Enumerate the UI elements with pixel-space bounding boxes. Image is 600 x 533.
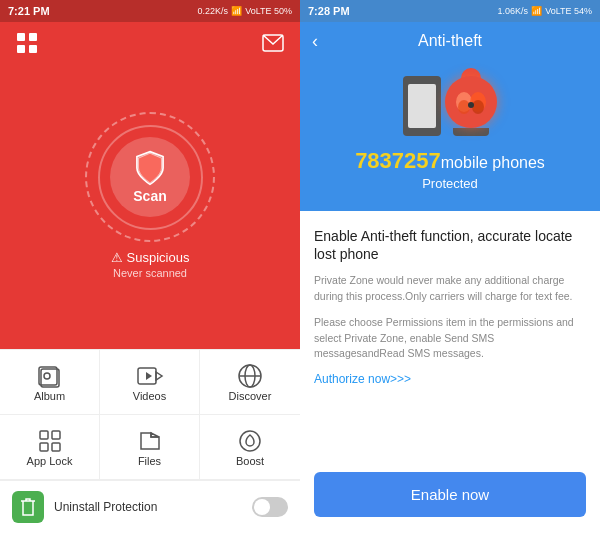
- scan-area: Scan ⚠ Suspicious Never scanned: [0, 68, 300, 349]
- grid-item-boost[interactable]: Boost: [200, 415, 300, 480]
- alarm-base: [453, 128, 489, 136]
- album-icon: [36, 362, 64, 390]
- videos-label: Videos: [133, 390, 166, 402]
- antitheft-title: Anti-theft: [418, 32, 482, 50]
- uninstall-protection-toggle[interactable]: [252, 497, 288, 517]
- grid-item-album[interactable]: Album: [0, 350, 100, 415]
- enable-now-button[interactable]: Enable now: [314, 472, 586, 517]
- album-label: Album: [34, 390, 65, 402]
- left-panel: 7:21 PM 0.22K/s 📶 VoLTE 50%: [0, 0, 300, 533]
- wifi-icon: 📶: [231, 6, 242, 16]
- antitheft-header: ‹ Anti-theft: [300, 22, 600, 60]
- count-number: 7837257: [355, 148, 441, 174]
- svg-rect-3: [29, 45, 37, 53]
- svg-rect-2: [17, 45, 25, 53]
- top-nav: [0, 22, 300, 68]
- warning-icon: ⚠: [111, 250, 123, 265]
- left-time: 7:21 PM: [8, 5, 50, 17]
- count-suffix: mobile phones: [441, 154, 545, 172]
- mail-icon[interactable]: [262, 34, 284, 56]
- discover-label: Discover: [229, 390, 272, 402]
- svg-point-23: [468, 102, 474, 108]
- bottom-bar: Uninstall Protection: [0, 480, 300, 533]
- grid-item-files[interactable]: Files: [100, 415, 200, 480]
- applock-icon: [36, 427, 64, 455]
- files-icon: [136, 427, 164, 455]
- back-button[interactable]: ‹: [312, 31, 318, 52]
- right-volte-text: VoLTE 54%: [545, 6, 592, 16]
- hero-section: 7837257 mobile phones Protected: [300, 60, 600, 211]
- grid-item-videos[interactable]: Videos: [100, 350, 200, 415]
- content-desc-2: Please choose Permissions item in the pe…: [314, 315, 586, 362]
- content-desc-1: Private Zone would never make any additi…: [314, 273, 586, 305]
- feature-grid: Album Videos Discover: [0, 349, 300, 480]
- never-scanned-text: Never scanned: [111, 267, 190, 279]
- boost-icon: [236, 427, 264, 455]
- svg-rect-0: [17, 33, 25, 41]
- scan-label: Scan: [133, 188, 166, 204]
- boost-label: Boost: [236, 455, 264, 467]
- scan-button[interactable]: Scan: [110, 137, 190, 217]
- left-status-icons: 0.22K/s 📶 VoLTE 50%: [198, 6, 292, 16]
- svg-rect-17: [52, 443, 60, 451]
- authorize-link[interactable]: Authorize now>>>: [314, 372, 586, 386]
- suspicious-area: ⚠ Suspicious Never scanned: [111, 242, 190, 295]
- svg-rect-16: [40, 443, 48, 451]
- grid-item-discover[interactable]: Discover: [200, 350, 300, 415]
- svg-rect-14: [40, 431, 48, 439]
- right-wifi-icon: 📶: [531, 6, 542, 16]
- svg-marker-10: [146, 372, 152, 380]
- discover-icon: [236, 362, 264, 390]
- signal-text: 0.22K/s: [198, 6, 229, 16]
- content-section: Enable Anti-theft function, accurate loc…: [300, 211, 600, 462]
- right-signal-text: 1.06K/s: [498, 6, 529, 16]
- svg-point-22: [472, 100, 484, 114]
- svg-marker-9: [156, 372, 162, 380]
- content-title: Enable Anti-theft function, accurate loc…: [314, 227, 586, 263]
- count-line: 7837257 mobile phones: [355, 148, 545, 174]
- right-status-icons: 1.06K/s 📶 VoLTE 54%: [498, 6, 592, 16]
- suspicious-text: ⚠ Suspicious: [111, 250, 190, 265]
- uninstall-protection-icon: [12, 491, 44, 523]
- right-time: 7:28 PM: [308, 5, 350, 17]
- enable-btn-area: Enable now: [300, 462, 600, 533]
- scan-circle-inner: Scan: [98, 125, 203, 230]
- svg-rect-1: [29, 33, 37, 41]
- alarm-shape: [445, 76, 497, 128]
- applock-label: App Lock: [27, 455, 73, 467]
- svg-point-21: [458, 100, 470, 114]
- status-bar-right: 7:28 PM 1.06K/s 📶 VoLTE 54%: [300, 0, 600, 22]
- svg-point-18: [240, 431, 260, 451]
- svg-point-7: [44, 373, 50, 379]
- scan-circle-outer: Scan: [85, 112, 215, 242]
- apps-grid-icon[interactable]: [16, 32, 38, 58]
- phone-alarm-illustration: [403, 76, 497, 136]
- video-icon: [136, 362, 164, 390]
- right-panel: 7:28 PM 1.06K/s 📶 VoLTE 54% ‹ Anti-theft: [300, 0, 600, 533]
- alarm-container: [445, 76, 497, 136]
- phone-screen: [408, 84, 436, 128]
- files-label: Files: [138, 455, 161, 467]
- protected-label: Protected: [422, 176, 478, 191]
- volte-text: VoLTE 50%: [245, 6, 292, 16]
- svg-rect-15: [52, 431, 60, 439]
- phone-shape: [403, 76, 441, 136]
- grid-item-applock[interactable]: App Lock: [0, 415, 100, 480]
- status-bar-left: 7:21 PM 0.22K/s 📶 VoLTE 50%: [0, 0, 300, 22]
- alarm-svg: [455, 87, 487, 117]
- uninstall-protection-label: Uninstall Protection: [54, 500, 242, 514]
